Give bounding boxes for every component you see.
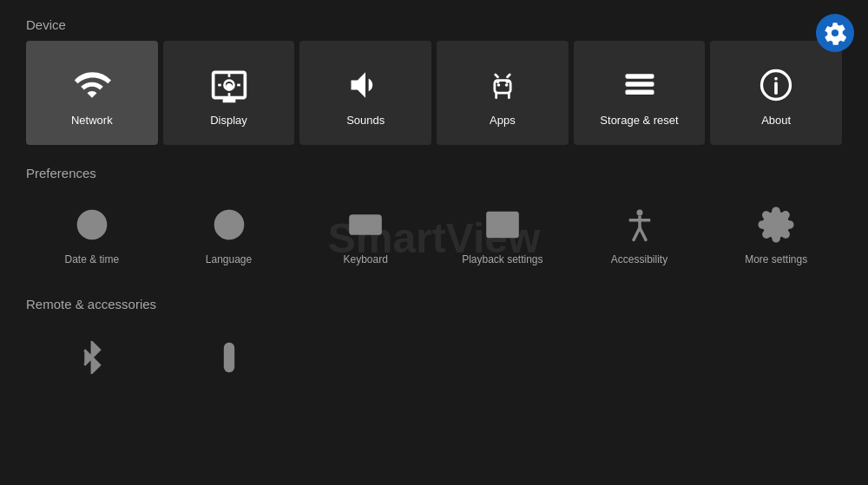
svg-point-47 xyxy=(636,210,642,216)
svg-line-11 xyxy=(496,75,498,77)
remote-tiles xyxy=(26,320,842,398)
svg-rect-16 xyxy=(625,82,654,87)
svg-rect-42 xyxy=(487,213,493,237)
tile-about-label: About xyxy=(761,114,791,127)
tile-storage[interactable]: Storage & reset xyxy=(574,41,706,145)
storage-icon xyxy=(618,63,661,107)
tile-storage-label: Storage & reset xyxy=(600,114,678,127)
svg-rect-17 xyxy=(625,89,654,95)
device-section: Device Network xyxy=(26,17,842,145)
remote-section: Remote & accessories xyxy=(26,297,842,398)
tile-about[interactable]: About xyxy=(710,41,842,145)
svg-line-50 xyxy=(634,228,640,240)
clock-icon xyxy=(70,203,114,246)
gear-icon xyxy=(754,203,798,246)
svg-point-20 xyxy=(774,76,778,80)
tile-sounds[interactable]: Sounds xyxy=(299,41,431,145)
remote-section-title: Remote & accessories xyxy=(26,297,842,311)
preferences-section-title: Preferences xyxy=(26,166,842,180)
tile-apps[interactable]: Apps xyxy=(437,41,569,145)
tile-datetime-label: Date & time xyxy=(64,253,119,265)
tile-playback[interactable]: Playback settings xyxy=(437,189,569,276)
globe-icon xyxy=(207,203,251,246)
info-icon xyxy=(754,63,798,107)
svg-rect-43 xyxy=(511,213,517,237)
svg-rect-15 xyxy=(625,74,654,79)
device-section-title: Device xyxy=(26,17,842,32)
tile-playback-label: Playback settings xyxy=(462,253,542,265)
tile-display[interactable]: Display xyxy=(163,41,295,145)
film-icon xyxy=(481,203,524,246)
tile-more-settings-label: More settings xyxy=(745,253,807,265)
tile-more-settings[interactable]: More settings xyxy=(710,189,842,276)
svg-line-51 xyxy=(640,228,646,240)
tile-accessibility[interactable]: Accessibility xyxy=(574,189,706,276)
tile-bluetooth[interactable] xyxy=(26,320,158,398)
tile-keyboard-label: Keyboard xyxy=(343,253,387,265)
wifi-icon xyxy=(70,63,114,107)
tile-language[interactable]: Language xyxy=(163,189,295,276)
remote-icon xyxy=(207,336,251,379)
tile-network-label: Network xyxy=(71,114,113,127)
svg-line-12 xyxy=(507,75,510,77)
tile-keyboard[interactable]: Keyboard xyxy=(299,189,431,276)
svg-point-10 xyxy=(505,83,509,87)
device-grid: Network Displ xyxy=(26,41,842,145)
tile-remote[interactable] xyxy=(163,320,295,398)
settings-icon[interactable] xyxy=(816,14,854,52)
apps-icon xyxy=(481,63,524,107)
tile-accessibility-label: Accessibility xyxy=(611,253,667,265)
accessibility-icon xyxy=(618,203,661,246)
sounds-icon xyxy=(344,63,387,107)
preferences-section: Preferences Date & time xyxy=(26,166,842,276)
svg-point-9 xyxy=(496,83,500,87)
bluetooth-icon xyxy=(70,336,114,379)
tile-apps-label: Apps xyxy=(490,114,516,127)
display-icon xyxy=(207,63,251,107)
tile-display-label: Display xyxy=(210,114,247,127)
tile-datetime[interactable]: Date & time xyxy=(26,189,158,276)
keyboard-icon xyxy=(344,203,387,246)
tile-sounds-label: Sounds xyxy=(346,114,385,127)
tile-network[interactable]: Network xyxy=(26,41,158,145)
preferences-grid: Date & time Language xyxy=(26,189,842,276)
tile-language-label: Language xyxy=(206,253,252,265)
